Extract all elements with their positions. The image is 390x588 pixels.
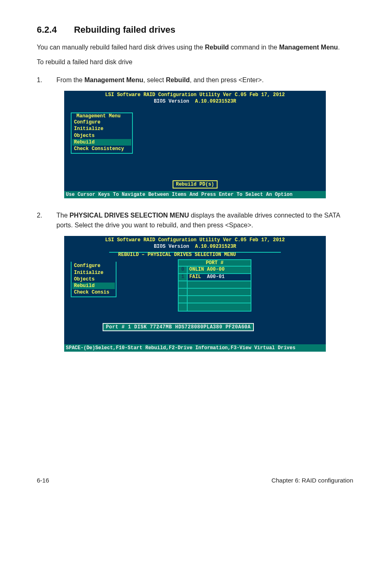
- menu-item-objects[interactable]: Objects: [72, 276, 115, 283]
- menu-item-rebuild[interactable]: Rebuild: [72, 283, 115, 289]
- text: , and then press <Enter>.: [190, 76, 264, 83]
- bios-version-line: BIOS Version A.10.09231523R: [64, 99, 326, 105]
- bios-util-line: LSI Software RAID Configuration Utility …: [64, 237, 326, 244]
- section-number: 6.2.4: [37, 25, 57, 35]
- bios-version-label: BIOS Version: [154, 244, 189, 249]
- bios-version-line: BIOS Version A.10.09231523R: [64, 244, 326, 250]
- drive-table: PORT # 0 ONLIN A00-00 1 FAIL A00-01 . . …: [178, 259, 251, 312]
- drive-index: 1: [179, 274, 188, 281]
- bold-text: Rebuild: [205, 44, 229, 51]
- bold-text: Rebuild: [166, 76, 190, 83]
- bios-footer-help: Use Cursor Keys To Navigate Between Item…: [64, 191, 326, 198]
- menu-item-objects[interactable]: Objects: [72, 132, 131, 139]
- text: , select: [143, 76, 166, 83]
- rebuild-panel-title: REBUILD – PHYSICAL DRIVES SELECTION MENU: [118, 252, 236, 258]
- bold-text: PHYSICAL DRIVES SELECTION MENU: [69, 212, 189, 219]
- drive-row-empty: .: [179, 289, 251, 296]
- section-heading: 6.2.4Rebuilding failed drives: [37, 25, 353, 35]
- menu-item-check-consis[interactable]: Check Consis: [72, 289, 115, 296]
- section-title: Rebuilding failed drives: [74, 25, 175, 35]
- bios-footer-help: SPACE-(De)Select,F10-Start Rebuild,F2-Dr…: [64, 344, 326, 352]
- menu-item-initialize[interactable]: Initialize: [72, 269, 115, 276]
- bios-util-line: LSI Software RAID Configuration Utility …: [64, 92, 326, 99]
- menu-item-initialize[interactable]: Initialize: [72, 126, 131, 132]
- text: You can manually rebuild failed hard dis…: [37, 44, 205, 51]
- bios-screenshot-2: LSI Software RAID Configuration Utility …: [64, 236, 326, 352]
- step-text: The PHYSICAL DRIVES SELECTION MENU displ…: [56, 211, 353, 230]
- text: REBUILD: [118, 252, 142, 258]
- drive-label: ONLIN: [189, 267, 204, 272]
- step-1: 1. From the Management Menu, select Rebu…: [37, 75, 353, 85]
- step-number: 1.: [37, 75, 56, 85]
- step-2: 2. The PHYSICAL DRIVES SELECTION MENU di…: [37, 211, 353, 230]
- intro-paragraph-1: You can manually rebuild failed hard dis…: [37, 43, 353, 52]
- bold-text: Management Menu: [84, 76, 143, 83]
- dash: –: [142, 252, 145, 258]
- menu-item-check-consistency[interactable]: Check Consistency: [72, 146, 131, 152]
- text: The: [56, 212, 69, 219]
- step-number: 2.: [37, 211, 56, 230]
- page-footer: 6-16 Chapter 6: RAID configuration: [37, 474, 353, 484]
- drive-row-empty: .: [179, 296, 251, 303]
- drive-label: FAIL: [189, 274, 201, 280]
- drive-row-0[interactable]: 0 ONLIN A00-00: [179, 267, 251, 274]
- bold-text: Management Menu: [279, 44, 338, 51]
- menu-item-configure[interactable]: Configure: [72, 263, 115, 269]
- rebuild-pd-box: Rebuild PD(s): [173, 180, 217, 189]
- bios-version-value: A.10.09231523R: [195, 244, 236, 249]
- drive-table-header: PORT #: [179, 260, 251, 267]
- drive-status: FAIL A00-01: [188, 274, 251, 281]
- management-menu-title: Management Menu: [76, 113, 121, 119]
- page-number: 6-16: [37, 477, 49, 484]
- bios-body: REBUILD – PHYSICAL DRIVES SELECTION MENU…: [64, 250, 326, 344]
- text: .: [338, 44, 340, 51]
- text: PHYSICAL DRIVES SELECTION MENU: [145, 252, 236, 258]
- drive-row-empty: .: [179, 281, 251, 289]
- intro-paragraph-2: To rebuild a failed hard disk drive: [37, 57, 353, 67]
- drive-id: A00-00: [207, 267, 224, 272]
- drive-index: 0: [179, 267, 188, 273]
- bios-titlebar: LSI Software RAID Configuration Utility …: [64, 91, 326, 105]
- chapter-label: Chapter 6: RAID configuration: [271, 477, 353, 484]
- bios-body: Management Menu Configure Initialize Obj…: [64, 105, 326, 191]
- drive-row-empty: .: [179, 303, 251, 311]
- step-text: From the Management Menu, select Rebuild…: [56, 75, 353, 85]
- management-menu-box: Management Menu Configure Initialize Obj…: [71, 112, 133, 154]
- bios-version-label: BIOS Version: [154, 99, 189, 104]
- bios-screenshot-1: LSI Software RAID Configuration Utility …: [64, 91, 326, 198]
- bios-titlebar: LSI Software RAID Configuration Utility …: [64, 236, 326, 250]
- bios-version-value: A.10.09231523R: [195, 99, 236, 104]
- text: From the: [56, 76, 84, 83]
- menu-item-configure[interactable]: Configure: [72, 119, 131, 126]
- text: command in the: [229, 44, 279, 51]
- management-menu-box: Configure Initialize Objects Rebuild Che…: [71, 262, 117, 297]
- drive-status-line: Port # 1 DISK 77247MB HDS728080PLA380 PF…: [103, 323, 254, 331]
- drive-status: ONLIN A00-00: [188, 267, 251, 273]
- menu-item-rebuild[interactable]: Rebuild: [72, 139, 131, 146]
- drive-row-1[interactable]: 1 FAIL A00-01: [179, 274, 251, 281]
- drive-id: A00-01: [207, 274, 224, 280]
